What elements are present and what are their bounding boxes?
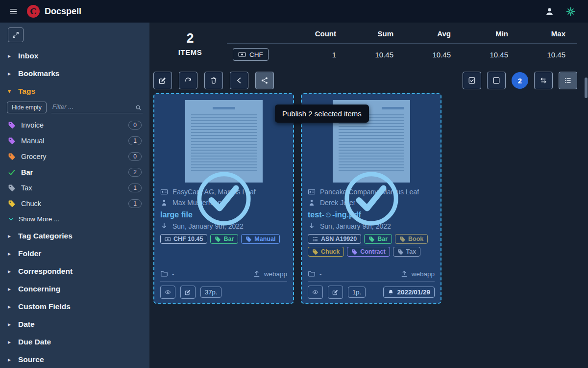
card-footer: 1p. 2022/01/29 (308, 281, 435, 299)
tag-icon (245, 236, 252, 242)
chevron-down-icon: ▾ (8, 88, 13, 95)
chevron-right-icon: ▸ (8, 339, 13, 345)
selected-count-badge[interactable]: 2 (512, 72, 528, 89)
upload-icon (400, 270, 408, 278)
page-count-badge: 1p. (348, 287, 366, 298)
sidebar-item-folder[interactable]: ▸ Folder (7, 245, 143, 263)
sidebar-item-tag-categories[interactable]: ▸ Tag Categories (7, 227, 143, 245)
arrow-down-icon (308, 222, 316, 230)
select-all-button[interactable] (463, 72, 481, 89)
search-sidebar: ▸ Inbox ▸ Bookmarks ▾ Tags Hide empty In… (0, 23, 149, 368)
folder-source-row: - webapp (308, 267, 435, 281)
correspondent-row: EasyCare AG, Marcus Leaf (160, 186, 287, 197)
navbar-actions (544, 6, 581, 17)
expand-sidebar-button[interactable] (8, 27, 24, 42)
tag-badge[interactable]: Book (395, 234, 428, 244)
check-icon (8, 168, 16, 176)
hide-empty-toggle[interactable]: Hide empty (7, 102, 47, 113)
tag-badge[interactable]: Bar (364, 234, 392, 244)
preview-item-button[interactable] (308, 286, 323, 299)
tag-icon (8, 137, 16, 145)
tag-count-badge: 1 (128, 136, 142, 145)
tag-badge[interactable]: Manual (241, 234, 280, 244)
item-title[interactable]: large file (160, 208, 287, 221)
menu-toggle-button[interactable] (7, 5, 20, 18)
document-preview-thumbnail (185, 100, 263, 183)
preview-item-button[interactable] (160, 286, 175, 299)
card-footer: 37p. (160, 281, 287, 299)
selection-toolbar: 2 (153, 72, 583, 89)
id-card-icon (308, 188, 316, 196)
top-navbar: C Docspell (0, 0, 588, 23)
chevron-right-icon: ▸ (8, 233, 13, 239)
chevron-right-icon: ▸ (8, 53, 13, 59)
sidebar-item-bookmarks[interactable]: ▸ Bookmarks (7, 65, 143, 82)
stats-col-max: Max (520, 29, 577, 38)
item-card[interactable]: EasyCare AG, Marcus Leaf Max Mustermann … (153, 93, 294, 304)
edit-item-button[interactable] (328, 286, 343, 299)
sidebar-item-due-date[interactable]: ▸ Due Date (7, 333, 143, 351)
item-date-row: Sun, January 9th, 2022 (160, 221, 287, 232)
tag-badge[interactable]: Tax (393, 247, 421, 257)
page-count-badge: 37p. (200, 287, 221, 298)
delete-selected-button[interactable] (204, 72, 223, 89)
sidebar-item-concerning[interactable]: ▸ Concerning (7, 280, 143, 298)
money-icon (238, 51, 246, 58)
sidebar-item-custom-fields[interactable]: ▸ Custom Fields (7, 298, 143, 315)
item-cards-row: EasyCare AG, Marcus Leaf Max Mustermann … (153, 93, 583, 304)
concerning-row: Max Mustermann (160, 197, 287, 208)
stats-val-count: 1 (291, 51, 348, 59)
edit-item-button[interactable] (180, 286, 196, 299)
item-title[interactable]: test-☺-ing.pdf (308, 208, 435, 221)
amount-badge[interactable]: CHF 10.45 (160, 234, 207, 244)
item-card[interactable]: Pancake Company, Marcus Leaf Derek Jeter… (301, 93, 441, 304)
tag-badge[interactable]: Bar (210, 234, 238, 244)
tag-item-chuck[interactable]: Chuck 1 (7, 196, 143, 211)
tag-item-grocery[interactable]: Grocery 0 (7, 149, 143, 164)
tag-item-tax[interactable]: Tax 1 (7, 180, 143, 196)
app-brand[interactable]: C Docspell (27, 5, 81, 18)
show-more-tags-link[interactable]: Show More ... (7, 211, 143, 227)
stats-col-count: Count (291, 29, 348, 38)
tag-badge[interactable]: Contract (347, 247, 390, 257)
tag-filter-input[interactable] (51, 101, 143, 113)
sidebar-item-date[interactable]: ▸ Date (7, 315, 143, 333)
tag-icon (8, 184, 16, 192)
upload-icon (253, 270, 261, 278)
currency-chip: CHF (233, 48, 269, 61)
arrow-down-icon (160, 222, 168, 230)
item-badges: ASN A19920 Bar Book Chuck (308, 234, 435, 257)
chevron-right-icon: ▸ (8, 250, 13, 257)
concerning-row: Derek Jeter (308, 197, 435, 208)
tag-badge[interactable]: Chuck (308, 247, 344, 257)
sidebar-item-correspondent[interactable]: ▸ Correspondent (7, 263, 143, 280)
sidebar-item-source[interactable]: ▸ Source (7, 351, 143, 368)
sidebar-item-tags[interactable]: ▾ Tags (7, 82, 143, 100)
edit-selected-button[interactable] (153, 72, 172, 89)
tag-icon (351, 249, 358, 255)
list-view-toggle-button[interactable] (559, 72, 577, 89)
app-title: Docspell (45, 6, 81, 17)
folder-icon (160, 270, 168, 278)
tag-item-manual[interactable]: Manual 1 (7, 133, 143, 149)
reprocess-button[interactable] (179, 72, 197, 89)
source-chunk: webapp (400, 270, 435, 278)
tag-icon (8, 200, 16, 208)
tag-item-bar[interactable]: Bar 2 (7, 164, 143, 180)
tag-item-invoice[interactable]: Invoice 0 (7, 117, 143, 133)
chevron-right-icon: ▸ (8, 303, 13, 310)
money-icon (165, 236, 171, 242)
tag-icon (397, 249, 404, 255)
tag-count-badge: 0 (128, 152, 142, 161)
asn-badge[interactable]: ASN A19920 (308, 234, 361, 244)
publish-selected-button[interactable] (255, 72, 274, 89)
user-menu-button[interactable] (544, 6, 555, 17)
tag-icon (215, 236, 221, 242)
item-count-label: ITEMS (153, 48, 227, 56)
settings-gear-button[interactable] (565, 6, 576, 17)
sidebar-item-inbox[interactable]: ▸ Inbox (7, 47, 143, 65)
scrollbar-thumb[interactable] (585, 78, 588, 98)
merge-button[interactable] (230, 72, 248, 89)
deselect-all-button[interactable] (487, 72, 506, 89)
invert-selection-button[interactable] (534, 72, 553, 89)
